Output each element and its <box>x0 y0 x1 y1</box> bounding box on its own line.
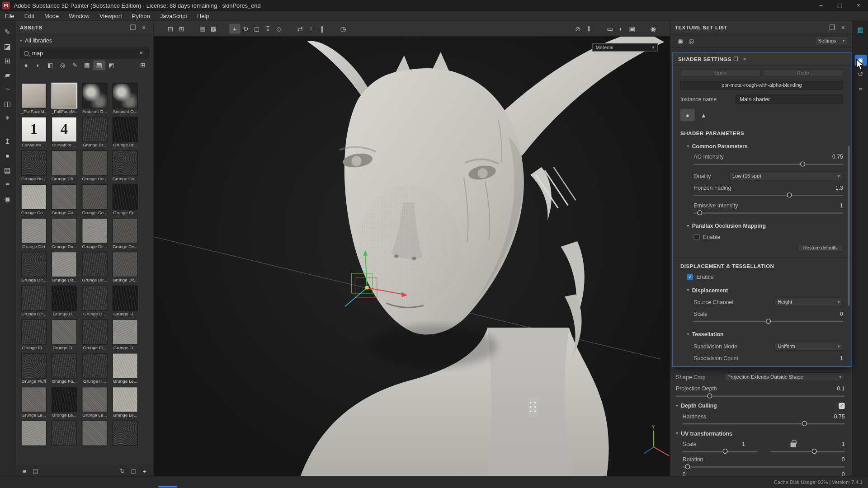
filter-filters-icon[interactable]: ◎ <box>57 60 69 70</box>
panel-scrollbar[interactable] <box>848 145 850 306</box>
projection-icon[interactable]: ⊞ <box>1 54 14 66</box>
asset-thumbnail[interactable] <box>82 421 107 453</box>
asset-thumbnail[interactable]: Grunge Dir... <box>113 218 138 250</box>
smudge-icon[interactable]: ~ <box>1 83 14 95</box>
search-input[interactable]: map <box>32 50 137 56</box>
asset-thumbnail[interactable]: Grunge Le... <box>113 353 138 385</box>
list-view-icon[interactable]: ≡ <box>19 467 30 476</box>
asset-thumbnail[interactable]: Grunge Fi... <box>52 319 77 352</box>
smart-material-icon[interactable]: ● <box>1 150 14 162</box>
close-panel-icon[interactable]: × <box>740 55 749 64</box>
subdivision-mode-dropdown[interactable]: Uniform ▾ <box>774 342 843 351</box>
asset-thumbnail[interactable] <box>52 421 77 453</box>
hide-ui-icon[interactable]: ⊘ <box>572 23 583 33</box>
asset-thumbnail[interactable]: Grunge Dir... <box>52 252 77 284</box>
asset-thumbnail[interactable] <box>113 421 138 453</box>
asset-thumbnail[interactable]: Grunge Le... <box>82 387 107 419</box>
asset-thumbnail[interactable]: Grunge Co... <box>21 184 47 216</box>
paint-brush-icon[interactable]: ✎ <box>1 25 14 38</box>
texture-set-list-icon[interactable]: ▦ <box>854 24 867 35</box>
close-button[interactable]: × <box>849 0 868 10</box>
common-parameters-section[interactable]: ▾ Common Parameters <box>687 143 843 149</box>
layers-icon[interactable]: ≡ <box>1 178 14 190</box>
asset-thumbnail[interactable]: Grunge Br... <box>113 117 138 149</box>
bake-icon[interactable]: ◉ <box>1 192 14 205</box>
menu-help[interactable]: Help <box>192 11 214 21</box>
shape-crop-dropdown[interactable]: Projection Extends Outside Shape ▾ <box>724 372 845 381</box>
horizon-fading-slider[interactable] <box>693 192 843 198</box>
asset-thumbnail[interactable]: 4Curvature ... <box>52 117 77 149</box>
asset-thumbnail[interactable]: Grunge Le... <box>21 387 47 419</box>
menu-file[interactable]: File <box>0 11 19 21</box>
add-resource-icon[interactable]: + <box>139 467 150 476</box>
instance-name-field[interactable]: Main shader <box>736 94 843 103</box>
refresh-icon[interactable]: ↻ <box>117 467 127 476</box>
stencil-tile-icon[interactable]: ▩ <box>208 23 219 33</box>
stencil-icon[interactable]: ▦ <box>197 23 208 33</box>
hardness-value[interactable]: 0.75 <box>834 413 845 419</box>
shader-main-tab-icon[interactable]: ● <box>680 109 695 121</box>
symmetry-icon[interactable]: ⇄ <box>294 23 305 33</box>
asset-thumbnail[interactable]: Grunge Co... <box>113 150 138 183</box>
asset-thumbnail[interactable]: Ambient O... <box>82 83 107 115</box>
asset-thumbnail[interactable]: Grunge Co... <box>52 184 77 216</box>
redo-button[interactable]: Redo <box>763 69 843 77</box>
asset-search[interactable]: map × <box>20 47 149 58</box>
asset-thumbnail[interactable]: Grunge D... <box>52 286 77 318</box>
asset-thumbnail[interactable]: Grunge Co... <box>82 150 107 183</box>
emissive-intensity-value[interactable]: 1 <box>840 202 843 208</box>
asset-thumbnail[interactable]: Grunge Fluff <box>21 353 47 385</box>
menu-mode[interactable]: Mode <box>39 11 64 21</box>
asset-thumbnail[interactable]: Grunge Co... <box>82 184 107 216</box>
grid-view-icon[interactable]: ⊞ <box>137 60 149 70</box>
manipulator-handle[interactable] <box>528 397 538 417</box>
dock-panel-icon[interactable]: ❐ <box>731 55 741 64</box>
filter-smart-materials-icon[interactable]: ◐ <box>32 60 44 70</box>
asset-thumbnail[interactable]: 1Curvature ... <box>21 117 47 149</box>
depth-culling-checkbox[interactable]: ✓ <box>839 403 844 408</box>
projection-depth-slider[interactable] <box>676 394 844 399</box>
display-settings-icon[interactable]: ≡ <box>854 82 867 93</box>
menu-window[interactable]: Window <box>64 11 94 21</box>
undock-panel-icon[interactable]: ❐ <box>128 23 138 33</box>
viewport-3d[interactable]: Material ▾ Y X <box>154 37 670 476</box>
filter-brushes-icon[interactable]: ✎ <box>69 60 81 70</box>
transform-gizmo[interactable] <box>336 249 414 321</box>
filter-environments-icon[interactable]: ◩ <box>105 60 118 70</box>
close-panel-icon[interactable]: × <box>139 23 149 33</box>
displacement-section[interactable]: ▾ Displacement <box>687 287 843 293</box>
asset-thumbnail[interactable]: Grunge Le... <box>113 387 138 419</box>
source-channel-dropdown[interactable]: Height ▾ <box>774 298 843 307</box>
asset-thumbnail[interactable]: Grunge Dir... <box>113 252 138 284</box>
lazy-mouse-icon[interactable]: ∥ <box>316 23 327 33</box>
export-icon[interactable]: ↥ <box>1 135 14 147</box>
horizon-fading-value[interactable]: 1.3 <box>835 185 843 191</box>
eye-icon[interactable]: ◎ <box>686 36 697 46</box>
asset-thumbnail[interactable]: Grunge Fi... <box>82 319 107 352</box>
depth-culling-section[interactable]: ▾ Depth Culling <box>676 403 717 408</box>
filter-alphas-icon[interactable]: ▦ <box>81 60 93 70</box>
asset-thumbnail[interactable]: Grunge Dirt <box>21 218 47 250</box>
physics-timer-icon[interactable]: ◷ <box>338 23 349 33</box>
filter-textures-icon[interactable]: ▤ <box>93 60 105 70</box>
menu-edit[interactable]: Edit <box>19 11 39 21</box>
material-mode-icon[interactable]: ◉ <box>675 36 686 46</box>
rotation-slider[interactable] <box>683 464 845 469</box>
filter-materials-icon[interactable]: ● <box>20 60 32 70</box>
shading-mode-icon[interactable]: ◐ <box>616 23 627 33</box>
rotate-gizmo-icon[interactable]: ↻ <box>240 23 251 33</box>
uv-transformations-section[interactable]: ▾ UV transformations <box>676 431 844 436</box>
lock-icon[interactable] <box>791 443 796 447</box>
shelf-icon[interactable]: ▤ <box>1 164 14 176</box>
asset-thumbnail[interactable]: Grunge Dir... <box>21 286 47 318</box>
ao-intensity-value[interactable]: 0.75 <box>832 154 843 160</box>
asset-thumbnail[interactable]: _FullFaceM... <box>52 83 77 115</box>
frame-view-icon[interactable]: ◻ <box>251 23 262 33</box>
filter-smart-masks-icon[interactable]: ◧ <box>44 60 57 70</box>
uv-scale-x-value[interactable]: 1 <box>742 441 745 446</box>
tessellation-section[interactable]: ▾ Tessellation <box>687 331 843 337</box>
subdivision-count-value[interactable]: 1 <box>840 355 843 361</box>
new-shelf-icon[interactable]: ◻ <box>128 467 139 476</box>
undock-panel-icon[interactable]: ❐ <box>827 23 837 33</box>
menu-python[interactable]: Python <box>127 11 155 21</box>
